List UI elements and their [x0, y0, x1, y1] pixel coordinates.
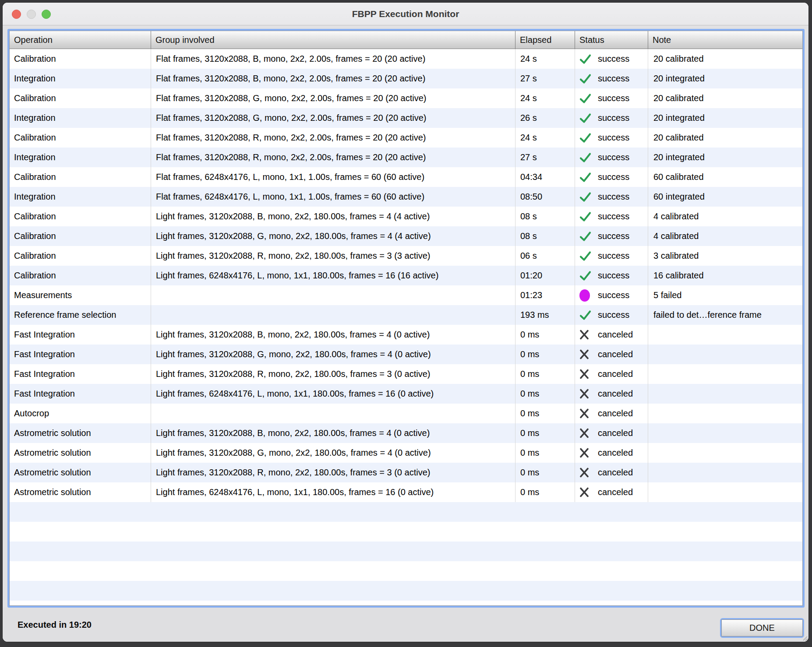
cell-operation: Astrometric solution — [10, 463, 151, 482]
cell-operation: Integration — [10, 187, 151, 207]
cell-elapsed: 06 s — [515, 246, 575, 266]
table-row[interactable]: CalibrationLight frames, 3120x2088, B, m… — [10, 207, 802, 226]
status-label: canceled — [598, 408, 633, 418]
table-row[interactable]: CalibrationFlat frames, 3120x2088, R, mo… — [10, 128, 802, 148]
cell-group-involved — [151, 285, 515, 305]
cancel-x-icon — [579, 369, 593, 379]
table-row[interactable]: CalibrationLight frames, 3120x2088, G, m… — [10, 226, 802, 246]
table-row[interactable]: Fast IntegrationLight frames, 3120x2088,… — [10, 345, 802, 364]
cell-group-involved: Light frames, 6248x4176, L, mono, 1x1, 1… — [151, 482, 515, 502]
cell-status: success — [575, 207, 648, 226]
cell-group-involved: Light frames, 3120x2088, R, mono, 2x2, 1… — [151, 463, 515, 482]
table-row[interactable]: Autocrop0 mscanceled — [10, 404, 802, 423]
status-label: canceled — [598, 448, 633, 458]
cell-note: 20 integrated — [648, 108, 802, 128]
cell-note: 16 calibrated — [648, 266, 802, 285]
column-header-operation[interactable]: Operation — [10, 31, 151, 49]
table-row[interactable]: Astrometric solutionLight frames, 3120x2… — [10, 423, 802, 443]
checkmark-icon — [579, 251, 593, 261]
status-label: success — [598, 271, 629, 281]
table-row[interactable]: Astrometric solutionLight frames, 3120x2… — [10, 463, 802, 482]
cell-operation: Fast Integration — [10, 384, 151, 404]
table-row[interactable]: CalibrationLight frames, 6248x4176, L, m… — [10, 266, 802, 285]
status-label: success — [598, 93, 629, 103]
checkmark-icon — [579, 310, 593, 320]
cell-elapsed: 24 s — [515, 88, 575, 108]
cell-note — [648, 384, 802, 404]
cell-operation: Fast Integration — [10, 325, 151, 345]
empty-table-row — [10, 502, 802, 522]
status-label: canceled — [598, 330, 633, 340]
table-row[interactable]: IntegrationFlat frames, 3120x2088, G, mo… — [10, 108, 802, 128]
status-label: canceled — [598, 487, 633, 497]
checkmark-icon — [579, 74, 593, 84]
table-row[interactable]: Astrometric solutionLight frames, 6248x4… — [10, 482, 802, 502]
cell-status: success — [575, 108, 648, 128]
dialog-window: FBPP Execution Monitor OperationGroup in… — [3, 3, 808, 642]
table-row[interactable]: CalibrationFlat frames, 3120x2088, G, mo… — [10, 88, 802, 108]
cell-status: success — [575, 305, 648, 325]
cell-note — [648, 345, 802, 364]
execution-table[interactable]: OperationGroup involvedElapsedStatusNote… — [9, 31, 803, 606]
done-button[interactable]: DONE — [721, 619, 803, 636]
status-label: success — [598, 113, 629, 123]
table-row[interactable]: Fast IntegrationLight frames, 6248x4176,… — [10, 384, 802, 404]
cell-elapsed: 01:20 — [515, 266, 575, 285]
table-row[interactable]: IntegrationFlat frames, 6248x4176, L, mo… — [10, 187, 802, 207]
table-row[interactable]: IntegrationFlat frames, 3120x2088, R, mo… — [10, 148, 802, 167]
checkmark-icon — [579, 231, 593, 242]
column-header-note[interactable]: Note — [648, 31, 802, 49]
cell-note: 20 integrated — [648, 69, 802, 88]
table-row[interactable]: Fast IntegrationLight frames, 3120x2088,… — [10, 325, 802, 345]
column-header-group-involved[interactable]: Group involved — [151, 31, 515, 49]
table-row[interactable]: CalibrationFlat frames, 3120x2088, B, mo… — [10, 49, 802, 69]
done-button-ring: DONE — [720, 618, 804, 638]
cell-elapsed: 01:23 — [515, 285, 575, 305]
cell-elapsed: 08 s — [515, 207, 575, 226]
cell-elapsed: 0 ms — [515, 325, 575, 345]
table-row[interactable]: Reference frame selection193 mssuccessfa… — [10, 305, 802, 325]
table-row[interactable]: Astrometric solutionLight frames, 3120x2… — [10, 443, 802, 463]
checkmark-icon — [579, 54, 593, 64]
cancel-x-icon — [579, 428, 593, 438]
cell-operation: Fast Integration — [10, 345, 151, 364]
cell-group-involved: Light frames, 6248x4176, L, mono, 1x1, 1… — [151, 266, 515, 285]
empty-table-row — [10, 522, 802, 542]
cell-status: canceled — [575, 404, 648, 423]
table-row[interactable]: CalibrationFlat frames, 6248x4176, L, mo… — [10, 167, 802, 187]
status-label: success — [598, 172, 629, 182]
resize-grip-icon[interactable] — [801, 634, 808, 641]
title-bar[interactable]: FBPP Execution Monitor — [3, 3, 808, 25]
cell-operation: Calibration — [10, 128, 151, 148]
checkmark-icon — [579, 172, 593, 183]
cell-operation: Calibration — [10, 207, 151, 226]
status-label: success — [598, 310, 629, 320]
cell-group-involved: Light frames, 3120x2088, B, mono, 2x2, 1… — [151, 207, 515, 226]
table-row[interactable]: CalibrationLight frames, 3120x2088, R, m… — [10, 246, 802, 266]
table-header-row: OperationGroup involvedElapsedStatusNote — [10, 31, 802, 49]
table-row[interactable]: Measurements01:23success5 failed — [10, 285, 802, 305]
cell-note — [648, 463, 802, 482]
cell-operation: Integration — [10, 69, 151, 88]
checkmark-icon — [579, 93, 593, 104]
cell-operation: Astrometric solution — [10, 423, 151, 443]
cancel-x-icon — [579, 468, 593, 478]
cell-note: 20 calibrated — [648, 128, 802, 148]
cell-status: canceled — [575, 482, 648, 502]
table-row[interactable]: Fast IntegrationLight frames, 3120x2088,… — [10, 364, 802, 384]
cell-operation: Autocrop — [10, 404, 151, 423]
cell-group-involved: Light frames, 3120x2088, G, mono, 2x2, 1… — [151, 226, 515, 246]
cell-elapsed: 24 s — [515, 49, 575, 69]
cell-status: canceled — [575, 423, 648, 443]
cell-elapsed: 0 ms — [515, 463, 575, 482]
table-row[interactable]: IntegrationFlat frames, 3120x2088, B, mo… — [10, 69, 802, 88]
cell-status: canceled — [575, 463, 648, 482]
cell-elapsed: 24 s — [515, 128, 575, 148]
cell-group-involved: Light frames, 6248x4176, L, mono, 1x1, 1… — [151, 384, 515, 404]
checkmark-icon — [579, 113, 593, 123]
column-header-status[interactable]: Status — [575, 31, 648, 49]
cell-note: 60 calibrated — [648, 167, 802, 187]
cell-operation: Integration — [10, 108, 151, 128]
status-label: success — [598, 251, 629, 261]
column-header-elapsed[interactable]: Elapsed — [515, 31, 575, 49]
